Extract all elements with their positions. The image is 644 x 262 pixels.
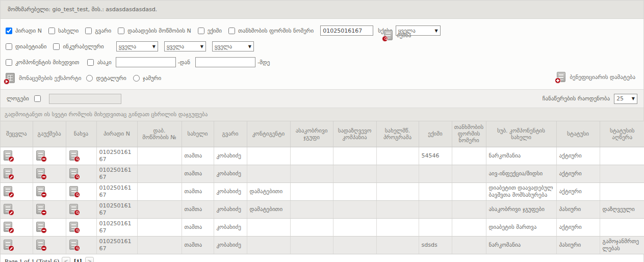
table-cell bbox=[333, 200, 376, 218]
records-count-select[interactable]: 25 ▼ bbox=[614, 94, 637, 104]
edit-record-icon[interactable] bbox=[4, 204, 12, 214]
column-header[interactable]: სტატუსის აღწერა bbox=[600, 121, 644, 147]
column-header[interactable]: სტატუსი bbox=[556, 121, 600, 147]
table-cell: ნარკომანია bbox=[486, 147, 556, 165]
pagination-bar: Page 1 of 1 (Total 6) < [1] > bbox=[1, 254, 643, 262]
table-cell bbox=[137, 200, 182, 218]
table-cell: კობახიძე bbox=[214, 165, 247, 182]
filter-select-b[interactable]: ყველა ▼ bbox=[164, 41, 206, 51]
diabetic-checkbox[interactable] bbox=[6, 43, 12, 50]
doctor-checkbox[interactable] bbox=[198, 28, 204, 34]
view-record-icon[interactable] bbox=[69, 222, 78, 232]
incurable-checkbox[interactable] bbox=[53, 43, 60, 50]
table-cell: 01025016167 bbox=[96, 165, 137, 182]
cancel-record-icon[interactable] bbox=[36, 222, 45, 232]
filter-select-a-value: ყველა bbox=[119, 43, 136, 50]
consent-form-number-input[interactable] bbox=[320, 25, 373, 36]
by-component-checkbox[interactable] bbox=[6, 59, 12, 66]
column-header[interactable]: ექიმი bbox=[419, 121, 452, 147]
age-from-input[interactable] bbox=[116, 57, 176, 67]
column-header[interactable]: ასაკობრივი ჯგუფი bbox=[290, 121, 333, 147]
column-header[interactable]: სახელმწ. პროგრამა bbox=[376, 121, 419, 147]
table-cell: კობახიძე bbox=[214, 200, 247, 218]
view-record-icon[interactable] bbox=[69, 186, 78, 196]
export-data-button[interactable]: მონაცემების ექსპორტი bbox=[6, 73, 81, 83]
table-cell bbox=[419, 200, 452, 218]
cancel-record-icon[interactable] bbox=[36, 150, 45, 161]
column-header[interactable]: გვარი bbox=[214, 121, 247, 147]
age-from-suffix: -დან bbox=[178, 59, 190, 66]
logs-checkbox[interactable] bbox=[34, 95, 41, 102]
edit-record-icon[interactable] bbox=[4, 186, 12, 196]
age-label: ასაკი bbox=[97, 59, 111, 66]
filter-select-a[interactable]: ყველა ▼ bbox=[116, 41, 158, 51]
table-cell bbox=[137, 147, 182, 165]
cancel-record-icon[interactable] bbox=[36, 240, 45, 250]
view-record-icon[interactable] bbox=[69, 240, 78, 250]
column-header[interactable]: დაბ. მოწმობის № bbox=[137, 121, 182, 147]
cancel-record-icon[interactable] bbox=[36, 204, 45, 214]
table-row: 01025016167თამთაკობახიძე54546ნარკომანიაა… bbox=[1, 147, 644, 165]
column-header[interactable]: შეცვლა bbox=[1, 121, 33, 147]
edit-record-icon[interactable] bbox=[4, 240, 12, 250]
table-cell bbox=[137, 182, 182, 200]
edit-record-icon[interactable] bbox=[4, 168, 12, 178]
filter-select-c[interactable]: ყველა ▼ bbox=[212, 41, 254, 51]
table-cell: დამატებითი bbox=[247, 182, 290, 200]
action-cell bbox=[66, 182, 96, 200]
prev-page-button[interactable]: < bbox=[62, 257, 70, 262]
table-cell bbox=[290, 165, 333, 182]
table-row: 01025016167თამთაკობახიძეsdsdsნარკომანიაპ… bbox=[1, 236, 644, 254]
column-header[interactable]: სუბ. კომპონენტის სახელი bbox=[486, 121, 556, 147]
table-cell bbox=[290, 200, 333, 218]
next-page-button[interactable]: > bbox=[85, 257, 94, 262]
table-cell bbox=[452, 165, 486, 182]
column-header[interactable]: პირადი N bbox=[96, 121, 137, 147]
column-header[interactable]: სადაზღვევო კომპანია bbox=[333, 121, 376, 147]
edit-record-icon[interactable] bbox=[4, 150, 12, 161]
table-cell: კობახიძე bbox=[214, 147, 247, 165]
column-header[interactable]: სახელი bbox=[182, 121, 214, 147]
age-checkbox[interactable] bbox=[87, 59, 94, 66]
logs-input[interactable] bbox=[49, 94, 121, 104]
table-cell bbox=[247, 147, 290, 165]
grouping-hint-bar[interactable]: გადმოიტანეთ ის სვეტი რომლის მიხედვითაც გ… bbox=[1, 108, 643, 121]
add-beneficiary-button[interactable]: ბენეფიციარის დამატება bbox=[557, 72, 635, 82]
column-header[interactable]: კონტიგენტი bbox=[247, 121, 290, 147]
table-cell bbox=[376, 200, 419, 218]
column-header[interactable]: თანხმობის ფორმის ნომერი bbox=[452, 121, 486, 147]
current-page-number: [1] bbox=[74, 257, 82, 262]
birth-certificate-checkbox[interactable] bbox=[118, 28, 124, 34]
table-cell bbox=[376, 182, 419, 200]
age-to-input[interactable] bbox=[195, 57, 255, 67]
table-cell bbox=[419, 218, 452, 236]
view-record-icon[interactable] bbox=[69, 204, 78, 214]
action-cell bbox=[33, 147, 66, 165]
cancel-record-icon[interactable] bbox=[36, 186, 45, 196]
records-count-value: 25 bbox=[616, 95, 624, 102]
table-cell: თამთა bbox=[182, 182, 214, 200]
first-name-checkbox[interactable] bbox=[48, 28, 55, 34]
column-header[interactable]: ნახვა bbox=[66, 121, 96, 147]
consent-form-checkbox[interactable] bbox=[228, 28, 235, 34]
edit-record-icon[interactable] bbox=[4, 222, 12, 232]
view-record-icon[interactable] bbox=[69, 150, 78, 161]
search-icon bbox=[384, 30, 393, 40]
cancel-record-icon[interactable] bbox=[36, 168, 45, 178]
table-cell bbox=[247, 165, 290, 182]
view-record-icon[interactable] bbox=[69, 168, 78, 178]
column-header[interactable]: გაუქმება bbox=[33, 121, 66, 147]
table-cell bbox=[600, 165, 644, 182]
add-beneficiary-icon bbox=[557, 72, 565, 82]
personal-n-checkbox[interactable] bbox=[6, 28, 12, 34]
search-button[interactable]: ძებნა bbox=[384, 30, 411, 40]
table-cell bbox=[137, 165, 182, 182]
table-cell bbox=[247, 218, 290, 236]
last-name-checkbox[interactable] bbox=[85, 28, 92, 34]
table-row: 01025016167თამთაკობახიძედიაბეტის მართვაა… bbox=[1, 218, 644, 236]
table-cell bbox=[247, 236, 290, 254]
table-cell: დიაბეტის მართვა bbox=[486, 218, 556, 236]
export-detailed-radio[interactable] bbox=[86, 75, 93, 82]
action-cell bbox=[66, 147, 96, 165]
export-summary-radio[interactable] bbox=[133, 75, 140, 82]
